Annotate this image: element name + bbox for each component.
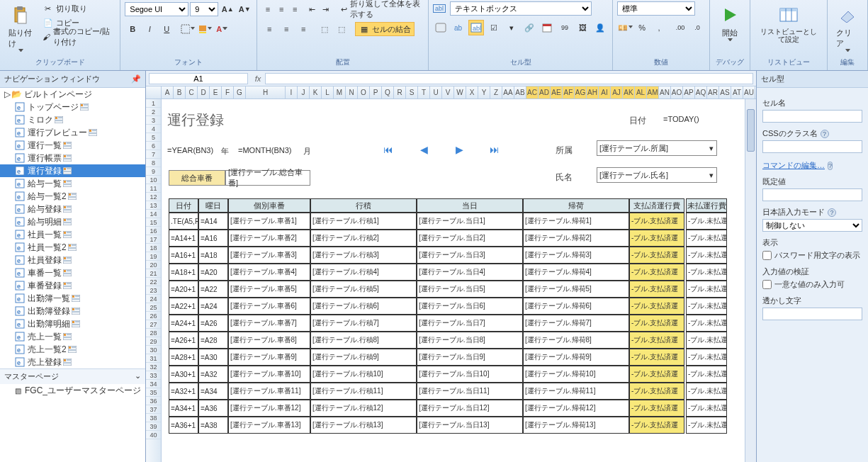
table-cell[interactable]: [運行テーブル.行積3] — [310, 247, 417, 264]
row-header[interactable]: 5 — [146, 133, 161, 142]
table-cell[interactable]: =A18 — [198, 247, 228, 264]
row-headers[interactable]: 1234567891011121314151617181920212223242… — [146, 99, 162, 462]
nav-item[interactable]: e運行帳票 — [0, 152, 145, 164]
row-header[interactable]: 6 — [146, 142, 161, 150]
inc-decimal-button[interactable]: .00 — [672, 20, 688, 35]
nav-item[interactable]: e社員登録 — [0, 254, 145, 266]
table-cell[interactable]: [運行テーブル.車番2] — [228, 230, 310, 247]
table-cell[interactable]: =A20+1 — [169, 281, 198, 298]
table-cell[interactable]: [運行テーブル.当日9] — [417, 349, 523, 366]
table-cell[interactable]: -ブル.支払済運 — [629, 298, 684, 315]
table-cell[interactable]: [運行テーブル.行積9] — [310, 349, 417, 366]
table-cell[interactable]: -ブル.未払運 — [686, 213, 727, 230]
table-cell[interactable]: =A16+1 — [169, 247, 198, 264]
col-header[interactable]: AO — [671, 86, 683, 98]
col-header[interactable]: AI — [599, 86, 611, 98]
ct-date-icon[interactable] — [539, 20, 555, 35]
table-cell[interactable]: [運行テーブル.帰荷8] — [523, 332, 629, 349]
col-header[interactable]: AU — [743, 86, 755, 98]
fill-color-button[interactable] — [197, 21, 213, 37]
table-cell[interactable]: =A26+1 — [169, 332, 198, 349]
table-cell[interactable]: [運行テーブル.帰荷9] — [523, 349, 629, 366]
col-header[interactable]: AF — [563, 86, 575, 98]
row-header[interactable]: 20 — [146, 261, 161, 269]
col-header[interactable]: AP — [683, 86, 695, 98]
table-cell[interactable]: [運行テーブル.帰荷6] — [523, 298, 629, 315]
italic-button[interactable]: I — [142, 21, 157, 37]
col-header[interactable]: A — [162, 86, 174, 98]
col-header[interactable]: AJ — [611, 86, 623, 98]
default-input[interactable] — [762, 188, 862, 201]
table-cell[interactable]: -ブル.未払運 — [686, 332, 727, 349]
table-cell[interactable]: -ブル.未払運 — [686, 366, 727, 383]
table-cell[interactable]: [運行テーブル.当日5] — [417, 281, 523, 298]
table-cell[interactable]: =A34+1 — [169, 400, 198, 417]
nav-item[interactable]: e運行登録 — [0, 164, 145, 177]
col-header[interactable]: F — [222, 86, 234, 98]
row-header[interactable]: 33 — [146, 371, 161, 380]
table-cell[interactable]: -ブル.支払済運 — [629, 264, 684, 281]
table-cell[interactable]: =A32 — [198, 366, 228, 383]
table-cell[interactable]: =A14 — [198, 213, 228, 230]
row-header[interactable]: 28 — [146, 329, 161, 337]
table-cell[interactable]: [運行テーブル.車番8] — [228, 332, 310, 349]
col-header[interactable]: Y — [478, 86, 490, 98]
col-header[interactable]: K — [310, 86, 322, 98]
col-header[interactable]: W — [454, 86, 466, 98]
col-header[interactable]: AQ — [695, 86, 707, 98]
table-cell[interactable]: =A20 — [198, 264, 228, 281]
table-cell[interactable]: [運行テーブル.行積10] — [310, 366, 417, 383]
row-header[interactable]: 11 — [146, 184, 161, 193]
nav-item[interactable]: e売上一覧2 — [0, 343, 145, 356]
table-cell[interactable]: =A26 — [198, 315, 228, 332]
align-left-button[interactable]: ≡ — [261, 21, 277, 37]
help-icon[interactable]: ? — [828, 208, 836, 217]
nav-master-item[interactable]: ▧ FGC_ユーザーマスターページ — [0, 384, 145, 397]
col-header[interactable]: R — [394, 86, 406, 98]
wrap-text-button[interactable]: ↩折り返して全体を表示する — [337, 2, 424, 16]
col-header[interactable]: AD — [539, 86, 551, 98]
col-header[interactable]: N — [346, 86, 358, 98]
cssclass-input[interactable] — [762, 140, 862, 153]
table-cell[interactable]: [運行テーブル.行積2] — [310, 230, 417, 247]
table-cell[interactable]: [運行テーブル.当日13] — [417, 417, 523, 434]
increase-indent-button[interactable]: ⇥ — [320, 1, 332, 17]
row-header[interactable]: 23 — [146, 286, 161, 295]
nav-item[interactable]: e運行プレビュー — [0, 126, 145, 139]
nav-item[interactable]: e車番登録 — [0, 279, 145, 292]
table-cell[interactable]: [運行テーブル.車番3] — [228, 247, 310, 264]
table-cell[interactable]: [運行テーブル.行積8] — [310, 332, 417, 349]
align-top-button[interactable]: ≡ — [261, 1, 274, 17]
font-color-button[interactable]: A — [214, 21, 230, 37]
table-cell[interactable]: [運行テーブル.当日3] — [417, 247, 523, 264]
col-header[interactable]: D — [198, 86, 210, 98]
borders-button[interactable] — [180, 21, 196, 37]
table-cell[interactable]: [運行テーブル.車番4] — [228, 264, 310, 281]
help-icon[interactable]: ? — [821, 130, 829, 138]
align-middle-button[interactable]: ≡ — [276, 1, 288, 17]
nav-item[interactable]: e社員一覧 — [0, 228, 145, 241]
table-cell[interactable]: [運行テーブル.帰荷7] — [523, 315, 629, 332]
table-cell[interactable]: [運行テーブル.帰荷4] — [523, 264, 629, 281]
col-header[interactable]: B — [174, 86, 186, 98]
table-cell[interactable]: =A36+1 — [169, 417, 198, 434]
col-header[interactable]: U — [430, 86, 442, 98]
table-cell[interactable]: =A34 — [198, 383, 228, 400]
row-header[interactable]: 3 — [146, 116, 161, 125]
ct-link-icon[interactable]: 🔗 — [522, 20, 537, 35]
table-cell[interactable]: [運行テーブル.車番5] — [228, 281, 310, 298]
row-header[interactable]: 19 — [146, 252, 161, 261]
table-cell[interactable]: =A30+1 — [169, 366, 198, 383]
table-cell[interactable]: [運行テーブル.行積13] — [310, 417, 417, 434]
table-cell[interactable]: [運行テーブル.行積7] — [310, 315, 417, 332]
col-header[interactable]: G — [234, 86, 246, 98]
nav-item[interactable]: eミロク — [0, 113, 145, 126]
nav-item[interactable]: e出勤簿登録 — [0, 305, 145, 317]
row-header[interactable]: 29 — [146, 337, 161, 346]
row-header[interactable]: 10 — [146, 176, 161, 184]
col-header[interactable]: S — [406, 86, 418, 98]
ct-user-icon[interactable]: 👤 — [592, 20, 608, 35]
table-cell[interactable]: [運行テーブル.車番10] — [228, 366, 310, 383]
ct-textbox-icon[interactable]: abl — [468, 20, 484, 35]
table-cell[interactable]: -ブル.支払済運 — [629, 230, 684, 247]
